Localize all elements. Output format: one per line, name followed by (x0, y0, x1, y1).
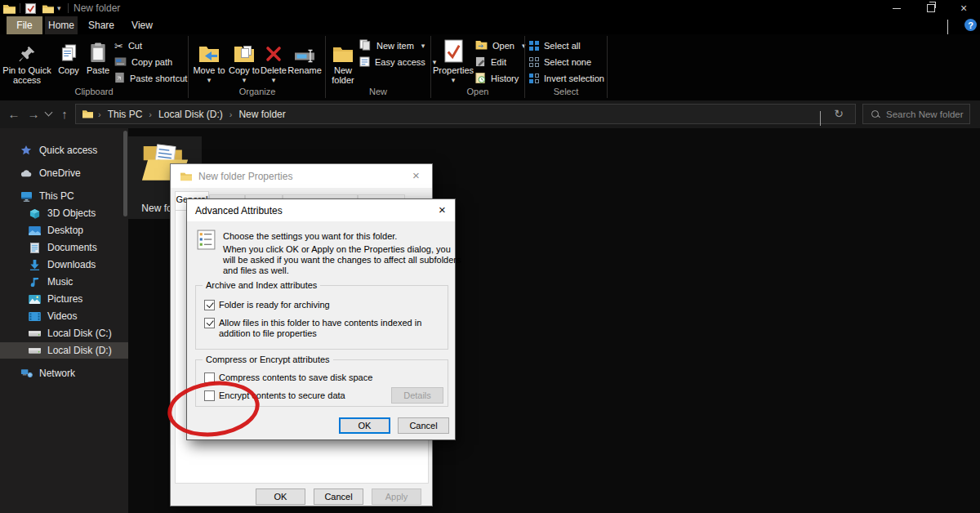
invert-selection-button[interactable]: Invert selection (529, 72, 604, 85)
search-box[interactable] (862, 104, 970, 124)
tab-view[interactable]: View (127, 16, 158, 34)
document-icon (28, 243, 41, 253)
refresh-button[interactable]: ↻ (834, 107, 844, 120)
sidebar-item-label: OneDrive (39, 167, 81, 179)
details-button[interactable]: Details (391, 387, 443, 404)
sidebar-item-onedrive[interactable]: OneDrive (0, 165, 128, 181)
paste-shortcut-icon (114, 72, 125, 85)
up-arrow-icon: ↑ (61, 107, 68, 121)
select-none-icon (529, 57, 539, 67)
new-item-button[interactable]: New item (359, 39, 425, 52)
properties-apply-button[interactable]: Apply (372, 488, 421, 505)
address-bar[interactable]: › This PC › Local Disk (D:) › New folder… (75, 104, 856, 124)
close-icon[interactable]: × (412, 169, 420, 181)
sidebar-scrollbar[interactable] (123, 131, 127, 216)
sidebar-item-music[interactable]: Music (0, 274, 128, 290)
group-separator (607, 36, 608, 98)
move-to-label: Move to (193, 65, 225, 75)
copy-path-button[interactable]: Copy path (114, 56, 172, 69)
open-button[interactable]: Open (475, 39, 525, 52)
breadcrumb-chevron: › (93, 109, 106, 119)
rename-label: Rename (287, 65, 322, 75)
new-folder-button[interactable]: New folder (327, 37, 359, 85)
select-none-button[interactable]: Select none (529, 56, 591, 69)
new-item-label: New item (376, 41, 414, 51)
history-button[interactable]: History (475, 72, 519, 85)
forward-button[interactable]: → (24, 105, 42, 123)
properties-ok-button[interactable]: OK (256, 488, 305, 505)
up-button[interactable]: ↑ (56, 105, 74, 123)
sidebar-item-local-disk-c[interactable]: Local Disk (C:) (0, 325, 128, 341)
new-item-icon (359, 39, 372, 52)
sidebar-item-network[interactable]: Network (0, 365, 128, 381)
address-dropdown-button[interactable] (820, 111, 821, 126)
select-all-icon (529, 41, 539, 51)
divider (20, 3, 20, 13)
sidebar-item-quick-access[interactable]: Quick access (0, 142, 128, 158)
picture-icon (28, 295, 41, 304)
properties-cancel-button[interactable]: Cancel (314, 488, 363, 505)
search-input[interactable] (884, 109, 969, 120)
pin-to-quick-access-button[interactable]: Pin to Quick access (2, 37, 52, 85)
sidebar-item-pictures[interactable]: Pictures (0, 291, 128, 307)
advanced-cancel-button[interactable]: Cancel (398, 417, 449, 434)
paste-shortcut-button[interactable]: Paste shortcut (114, 72, 187, 85)
paste-button[interactable]: Paste (83, 37, 113, 75)
breadcrumb-folder[interactable]: New folder (237, 109, 287, 120)
delete-button[interactable]: Delete (257, 37, 290, 85)
cut-label: Cut (128, 41, 142, 51)
minimize-button[interactable] (880, 0, 913, 16)
sidebar-item-local-disk-d[interactable]: Local Disk (D:) (0, 342, 128, 359)
properties-dialog-titlebar: New folder Properties × (171, 164, 432, 188)
rename-button[interactable]: Rename (287, 37, 323, 75)
help-button[interactable] (964, 19, 977, 31)
sidebar-item-documents[interactable]: Documents (0, 239, 128, 256)
sidebar-item-label: Local Disk (C:) (47, 328, 112, 339)
edit-button[interactable]: Edit (475, 56, 506, 69)
tab-home[interactable]: Home (45, 16, 78, 34)
cut-button[interactable]: ✂ Cut (114, 39, 142, 52)
collapse-ribbon-button[interactable] (947, 20, 948, 35)
sidebar-item-3d-objects[interactable]: 3D Objects (0, 205, 128, 221)
easy-access-button[interactable]: Easy access (359, 56, 436, 69)
advanced-ok-button[interactable]: OK (339, 417, 390, 434)
close-icon[interactable]: × (439, 203, 446, 216)
index-checkbox[interactable] (204, 318, 215, 328)
sidebar-item-label: Quick access (39, 145, 97, 156)
archive-index-group: Archive and Index attributes Folder is r… (195, 285, 448, 350)
move-to-button[interactable]: Move to (193, 37, 225, 85)
sidebar-item-label: Videos (47, 310, 77, 322)
qat-properties-button[interactable] (25, 2, 36, 17)
archive-checkbox[interactable] (204, 300, 215, 310)
sidebar-item-videos[interactable]: Videos (0, 308, 128, 324)
navigation-pane: Quick access OneDrive This PC 3D Objects… (0, 128, 128, 513)
breadcrumb-drive[interactable]: Local Disk (D:) (157, 109, 225, 120)
qat-folder-button[interactable] (42, 2, 54, 17)
paste-shortcut-label: Paste shortcut (130, 74, 187, 83)
easy-access-label: Easy access (375, 57, 425, 67)
breadcrumb-this-pc[interactable]: This PC (106, 109, 145, 120)
qat-dropdown-caret-icon[interactable]: ▾ (57, 4, 61, 12)
restore-button[interactable] (915, 0, 947, 16)
sidebar-item-this-pc[interactable]: This PC (0, 188, 128, 204)
copy-to-button[interactable]: Copy to (228, 37, 261, 85)
history-label: History (491, 74, 519, 83)
recent-locations-button[interactable] (42, 105, 54, 123)
sidebar-item-desktop[interactable]: Desktop (0, 222, 128, 239)
download-arrow-icon (28, 260, 41, 270)
invert-selection-icon (529, 74, 539, 83)
copy-button[interactable]: Copy (54, 37, 83, 75)
title-bar: ▾ New folder × (0, 0, 980, 16)
breadcrumb-chevron: › (144, 109, 157, 119)
select-all-button[interactable]: Select all (529, 39, 581, 52)
compress-checkbox-label: Compress contents to save disk space (219, 372, 372, 383)
close-button[interactable]: × (947, 0, 980, 16)
location-folder-icon (82, 109, 93, 118)
tab-share[interactable]: Share (84, 16, 118, 34)
tab-file[interactable]: File (7, 16, 42, 34)
properties-button[interactable]: Properties (434, 37, 473, 85)
sidebar-item-downloads[interactable]: Downloads (0, 256, 128, 273)
back-button[interactable]: ← (5, 105, 23, 123)
properties-icon (444, 37, 463, 63)
drive-icon (28, 346, 41, 355)
